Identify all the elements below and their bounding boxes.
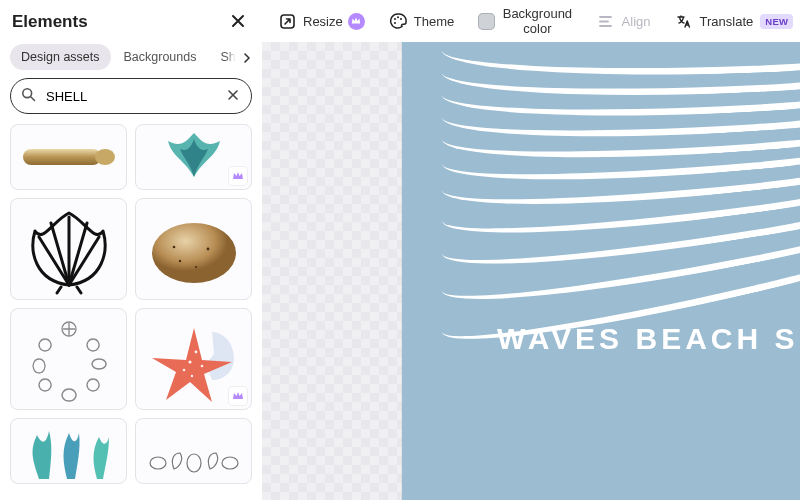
svg-rect-1 xyxy=(23,149,101,165)
asset-clam-shell-photo[interactable] xyxy=(135,198,252,300)
asset-bullet-casing[interactable] xyxy=(10,124,127,190)
translate-icon xyxy=(675,12,693,30)
watercolor-coral-illustration xyxy=(19,421,119,481)
search-input[interactable] xyxy=(44,88,216,105)
crown-icon xyxy=(232,390,244,402)
svg-point-4 xyxy=(206,248,209,251)
chevron-right-icon xyxy=(242,49,252,67)
svg-point-16 xyxy=(222,457,238,469)
asset-assorted-shell-sketches[interactable] xyxy=(135,418,252,484)
search-icon xyxy=(21,87,36,106)
starfish-illustration xyxy=(146,314,242,404)
background-color-button[interactable]: Background color xyxy=(476,2,574,40)
svg-point-6 xyxy=(194,266,196,268)
theme-button[interactable]: Theme xyxy=(387,8,456,34)
crown-icon xyxy=(351,16,361,26)
premium-crown-badge xyxy=(348,13,365,30)
svg-point-20 xyxy=(400,18,402,20)
asset-grid xyxy=(0,124,262,500)
tab-backgrounds[interactable]: Backgrounds xyxy=(113,44,208,70)
artboard-headline[interactable]: WAVES BEACH S xyxy=(497,322,800,356)
assorted-shells-illustration xyxy=(144,423,244,479)
asset-watercolor-coral-teal[interactable] xyxy=(10,418,127,484)
crown-icon xyxy=(232,170,244,182)
coral-illustration xyxy=(154,129,234,185)
search-wrap xyxy=(0,78,262,124)
asset-shell-circle-sketch[interactable] xyxy=(10,308,127,410)
svg-point-7 xyxy=(172,246,175,249)
tab-design-assets[interactable]: Design assets xyxy=(10,44,111,70)
search-clear-button[interactable] xyxy=(224,87,242,105)
close-icon xyxy=(231,14,245,31)
asset-starfish-with-shell[interactable] xyxy=(135,308,252,410)
asset-teal-coral-flower[interactable] xyxy=(135,124,252,190)
resize-label: Resize xyxy=(303,14,343,29)
wave-graphic xyxy=(442,42,800,322)
artboard[interactable]: WAVES BEACH S xyxy=(402,42,800,500)
resize-button[interactable]: Resize xyxy=(276,8,367,34)
svg-point-3 xyxy=(152,223,236,283)
premium-badge xyxy=(229,167,247,185)
canvas-stage[interactable]: WAVES BEACH S xyxy=(262,42,800,500)
svg-point-15 xyxy=(187,454,201,472)
app-root: Elements Design assets Backgrounds Shape xyxy=(0,0,800,500)
panel-tabs: Design assets Backgrounds Shape xyxy=(0,38,262,78)
svg-point-12 xyxy=(200,365,203,368)
align-label: Align xyxy=(622,14,651,29)
svg-point-19 xyxy=(397,16,399,18)
tabs-scroll-right-button[interactable] xyxy=(236,47,258,69)
svg-point-11 xyxy=(182,369,185,372)
translate-button[interactable]: Translate NEW xyxy=(673,8,796,34)
swatch-icon xyxy=(478,12,495,30)
premium-badge xyxy=(229,387,247,405)
svg-point-5 xyxy=(178,260,180,262)
svg-point-14 xyxy=(150,457,166,469)
elements-panel: Elements Design assets Backgrounds Shape xyxy=(0,0,262,500)
svg-point-13 xyxy=(190,375,192,377)
new-badge: NEW xyxy=(760,14,793,29)
scallop-outline-illustration xyxy=(23,203,115,295)
search-field[interactable] xyxy=(10,78,252,114)
panel-title: Elements xyxy=(12,12,88,32)
background-color-label: Background color xyxy=(502,6,572,36)
svg-point-0 xyxy=(23,88,32,97)
clear-icon xyxy=(227,89,239,104)
panel-header: Elements xyxy=(0,0,262,38)
align-button: Align xyxy=(595,8,653,34)
bullet-illustration xyxy=(19,137,119,177)
editor-right: Resize Theme Background color Align xyxy=(262,0,800,500)
svg-point-2 xyxy=(95,149,115,165)
top-toolbar: Resize Theme Background color Align xyxy=(262,0,800,42)
align-icon xyxy=(597,12,615,30)
svg-point-10 xyxy=(194,351,197,354)
palette-icon xyxy=(389,12,407,30)
translate-label: Translate xyxy=(700,14,754,29)
resize-icon xyxy=(278,12,296,30)
shell-circle-illustration xyxy=(23,313,115,405)
close-panel-button[interactable] xyxy=(226,10,250,34)
asset-scallop-shell-outline[interactable] xyxy=(10,198,127,300)
theme-label: Theme xyxy=(414,14,454,29)
svg-point-21 xyxy=(394,22,396,24)
clam-photo-illustration xyxy=(146,209,242,289)
svg-point-9 xyxy=(188,360,191,363)
svg-point-18 xyxy=(394,18,396,20)
